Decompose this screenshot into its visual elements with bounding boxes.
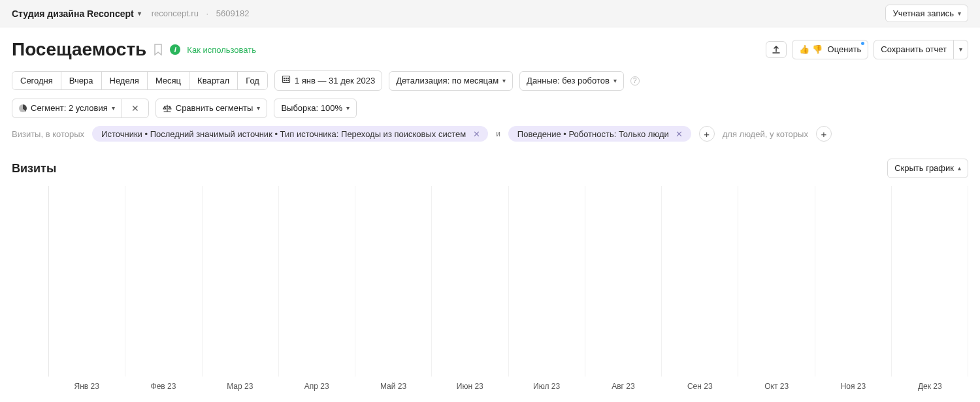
thumb-down-icon: 👎 xyxy=(812,44,823,55)
chevron-down-icon: ▾ xyxy=(112,102,115,114)
hide-chart-button[interactable]: Скрыть график ▴ xyxy=(887,159,968,178)
chevron-down-icon: ▾ xyxy=(613,75,617,87)
segment-label: Сегмент: 2 условия xyxy=(31,102,108,114)
account-button[interactable]: Учетная запись ▾ xyxy=(885,5,968,22)
howto-link[interactable]: Как использовать xyxy=(187,45,256,55)
chevron-up-icon: ▴ xyxy=(958,162,961,174)
close-icon: ✕ xyxy=(127,102,143,114)
x-axis-label: Дек 23 xyxy=(892,382,968,391)
studio-selector[interactable]: Студия дизайна Reconcept ▾ xyxy=(12,8,141,19)
studio-name: Студия дизайна Reconcept xyxy=(12,8,134,19)
compare-segments-button[interactable]: Сравнить сегменты ▾ xyxy=(155,99,268,118)
chip-remove-icon[interactable]: ✕ xyxy=(471,129,482,139)
x-axis-label: Май 23 xyxy=(355,382,431,391)
chevron-down-icon: ▾ xyxy=(502,75,506,87)
chart-area: Янв 23Фев 23Мар 23Апр 23Май 23Июн 23Июл … xyxy=(12,186,968,391)
chip-remove-icon[interactable]: ✕ xyxy=(674,129,685,139)
x-axis-label: Авг 23 xyxy=(585,382,661,391)
chart-title: Визиты xyxy=(12,162,56,176)
segment-button[interactable]: Сегмент: 2 условия ▾ xyxy=(12,99,122,118)
save-report-dropdown[interactable]: ▾ xyxy=(953,40,968,59)
x-axis-label: Мар 23 xyxy=(202,382,278,391)
rate-label: Оценить xyxy=(828,44,862,55)
site-info: reconcept.ru · 5609182 xyxy=(152,8,250,18)
segment-clear-button[interactable]: ✕ xyxy=(122,99,149,118)
data-source-button[interactable]: Данные: без роботов ▾ xyxy=(519,71,624,91)
period-preset-item[interactable]: Неделя xyxy=(102,72,148,89)
info-icon: i xyxy=(170,44,180,55)
domain-text: reconcept.ru xyxy=(152,8,199,18)
add-visit-filter-button[interactable]: + xyxy=(699,126,715,142)
svg-rect-6 xyxy=(287,80,289,81)
chip-text: Поведение • Роботность: Только люди xyxy=(517,129,669,139)
save-report-label: Сохранить отчет xyxy=(881,44,947,55)
controls-row-1: СегодняВчераНеделяМесяцКварталГод 1 янв … xyxy=(12,70,968,91)
date-range-button[interactable]: 1 янв — 31 дек 2023 xyxy=(274,70,382,91)
chart-header: Визиты Скрыть график ▴ xyxy=(12,159,968,178)
filter-chip-sources[interactable]: Источники • Последний значимый источник … xyxy=(92,126,488,142)
x-axis-label: Июн 23 xyxy=(432,382,508,391)
counter-id: 5609182 xyxy=(216,8,250,18)
separator-dot: · xyxy=(206,8,209,18)
chevron-down-icon: ▾ xyxy=(959,44,962,55)
bar-chart xyxy=(48,186,968,377)
rate-button[interactable]: 👍 👎 Оценить xyxy=(792,40,869,59)
notification-dot-icon xyxy=(861,42,864,45)
data-source-label: Данные: без роботов xyxy=(527,75,610,87)
compare-label: Сравнить сегменты xyxy=(176,102,253,114)
chip-text: Источники • Последний значимый источник … xyxy=(101,129,466,139)
svg-rect-4 xyxy=(284,80,285,81)
chip-and: и xyxy=(496,129,500,138)
scales-icon xyxy=(163,104,172,113)
svg-rect-1 xyxy=(284,78,285,79)
add-people-filter-button[interactable]: + xyxy=(816,126,832,142)
sample-button[interactable]: Выборка: 100% ▾ xyxy=(274,99,357,118)
period-preset-item[interactable]: Квартал xyxy=(189,72,238,89)
x-axis-label: Сен 23 xyxy=(662,382,738,391)
date-range-text: 1 янв — 31 дек 2023 xyxy=(295,75,375,87)
controls-row-2: Сегмент: 2 условия ▾ ✕ Сравнить сегменты… xyxy=(12,99,968,118)
chip-suffix: для людей, у которых xyxy=(723,129,808,139)
detail-label: Детализация: по месяцам xyxy=(396,75,498,87)
filter-chip-row: Визиты, в которых Источники • Последний … xyxy=(12,126,968,142)
chevron-down-icon: ▾ xyxy=(138,10,141,17)
period-preset-item[interactable]: Месяц xyxy=(148,72,189,89)
period-preset-item[interactable]: Вчера xyxy=(61,72,102,89)
detail-button[interactable]: Детализация: по месяцам ▾ xyxy=(389,71,513,91)
svg-rect-5 xyxy=(286,80,287,81)
x-axis-label: Янв 23 xyxy=(48,382,125,391)
pie-chart-icon xyxy=(19,104,27,112)
chevron-down-icon: ▾ xyxy=(257,102,260,114)
help-icon[interactable]: ? xyxy=(630,76,640,85)
chevron-down-icon: ▾ xyxy=(958,10,961,17)
svg-rect-2 xyxy=(286,78,287,79)
hide-chart-label: Скрыть график xyxy=(894,162,954,174)
svg-rect-0 xyxy=(282,76,289,83)
chip-prefix: Визиты, в которых xyxy=(12,129,84,139)
period-preset-item[interactable]: Сегодня xyxy=(12,72,61,89)
x-axis-label: Апр 23 xyxy=(278,382,355,391)
period-preset-item[interactable]: Год xyxy=(238,72,267,89)
calendar-icon xyxy=(282,74,291,87)
save-report-button[interactable]: Сохранить отчет xyxy=(874,40,954,59)
x-axis-label: Фев 23 xyxy=(125,382,201,391)
page-title: Посещаемость xyxy=(12,39,146,60)
x-axis-label: Ноя 23 xyxy=(815,382,891,391)
bookmark-icon[interactable] xyxy=(153,44,163,55)
x-axis-label: Июл 23 xyxy=(508,382,585,391)
x-axis-label: Окт 23 xyxy=(738,382,815,391)
export-button[interactable] xyxy=(766,41,787,58)
thumb-up-icon: 👍 xyxy=(799,44,809,55)
account-label: Учетная запись xyxy=(892,8,954,18)
export-icon xyxy=(772,45,781,54)
title-row: Посещаемость i Как использовать 👍 👎 Оцен… xyxy=(12,39,968,60)
svg-rect-3 xyxy=(287,78,289,79)
period-preset-group: СегодняВчераНеделяМесяцКварталГод xyxy=(12,71,268,90)
top-bar: Студия дизайна Reconcept ▾ reconcept.ru … xyxy=(0,0,980,27)
filter-chip-behavior[interactable]: Поведение • Роботность: Только люди ✕ xyxy=(508,126,691,142)
chevron-down-icon: ▾ xyxy=(346,102,350,114)
sample-label: Выборка: 100% xyxy=(281,102,342,114)
